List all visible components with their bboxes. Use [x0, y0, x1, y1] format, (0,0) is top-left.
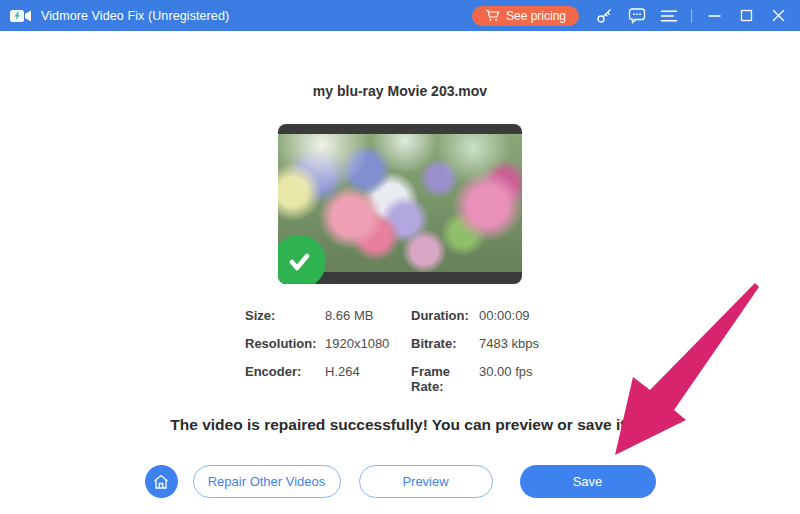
- meta-label: Size:: [245, 308, 325, 323]
- video-filename: my blu-ray Movie 203.mov: [0, 83, 800, 99]
- maximize-button[interactable]: [737, 6, 756, 25]
- menu-hamburger-icon[interactable]: [659, 6, 678, 25]
- repair-other-videos-button[interactable]: Repair Other Videos: [193, 465, 341, 498]
- success-message: The video is repaired successfully! You …: [0, 416, 800, 434]
- register-key-icon[interactable]: [595, 6, 614, 25]
- see-pricing-button[interactable]: See pricing: [472, 6, 579, 26]
- meta-value: 30.00 fps: [479, 364, 555, 394]
- home-icon: [152, 473, 170, 491]
- titlebar-actions: See pricing: [472, 6, 788, 26]
- save-button[interactable]: Save: [520, 465, 656, 498]
- home-button[interactable]: [145, 465, 178, 498]
- meta-label: Encoder:: [245, 364, 325, 394]
- check-icon: [284, 247, 314, 277]
- meta-value: H.264: [325, 364, 411, 394]
- app-camcorder-icon: [10, 8, 32, 24]
- meta-value: 00:00:09: [479, 308, 555, 323]
- see-pricing-label: See pricing: [506, 9, 566, 23]
- meta-value: 1920x1080: [325, 336, 411, 351]
- title-bar: Vidmore Video Fix (Unregistered) See pri…: [0, 0, 800, 31]
- meta-label: Resolution:: [245, 336, 325, 351]
- meta-value: 7483 kbps: [479, 336, 555, 351]
- cart-icon: [485, 9, 500, 22]
- video-thumbnail: [278, 124, 522, 284]
- titlebar-divider: [691, 9, 692, 23]
- close-button[interactable]: [769, 6, 788, 25]
- meta-label: Bitrate:: [411, 336, 479, 351]
- minimize-button[interactable]: [705, 6, 724, 25]
- video-metadata: Size: 8.66 MB Duration: 00:00:09 Resolut…: [245, 308, 555, 394]
- action-button-row: Repair Other Videos Preview Save: [0, 465, 800, 498]
- meta-label: Frame Rate:: [411, 364, 479, 394]
- main-panel: my blu-ray Movie 203.mov Size: 8.66 MB D…: [0, 83, 800, 498]
- meta-value: 8.66 MB: [325, 308, 411, 323]
- preview-button[interactable]: Preview: [359, 465, 493, 498]
- meta-label: Duration:: [411, 308, 479, 323]
- window-title: Vidmore Video Fix (Unregistered): [41, 9, 229, 23]
- feedback-chat-bubble-icon[interactable]: [627, 6, 646, 25]
